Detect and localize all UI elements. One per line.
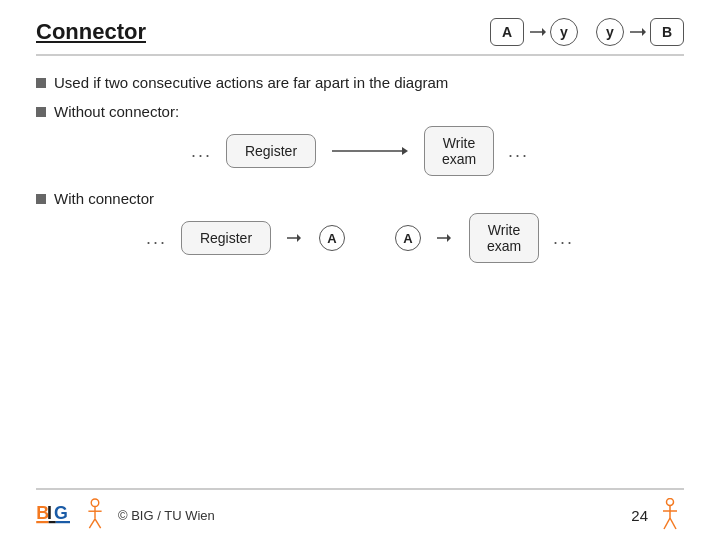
bullet-icon-1: [36, 78, 46, 88]
bullet-icon-2: [36, 107, 46, 117]
page: Connector A y y B Used if two consecutiv: [0, 0, 720, 540]
bullet-2: Without connector:: [36, 103, 684, 120]
arrow-icon-2: [628, 24, 646, 40]
content: Used if two consecutive actions are far …: [36, 56, 684, 488]
svg-marker-1: [542, 28, 546, 36]
big-logo-icon: B I G: [36, 499, 72, 531]
dots-left-1: ...: [191, 141, 212, 162]
svg-point-16: [91, 499, 99, 507]
small-arrow-icon-1: [285, 230, 305, 246]
register-box-1: Register: [226, 134, 316, 168]
footer-left: B I G © BIG / T: [36, 498, 215, 532]
footer-page-number: 24: [631, 498, 684, 532]
write-line2: exam: [442, 151, 476, 167]
header: Connector A y y B: [36, 0, 684, 56]
svg-text:G: G: [54, 503, 68, 523]
footer-copyright: © BIG / TU Wien: [118, 508, 215, 523]
long-arrow-icon: [330, 143, 410, 159]
symbol-b-box: B: [650, 18, 684, 46]
bullet-text-3: With connector: [54, 190, 154, 207]
dots-right-2: ...: [553, 228, 574, 249]
connector-circle-2: A: [395, 225, 421, 251]
diagram-with: ... Register A A Write exam ...: [36, 213, 684, 263]
symbol-a-box: A: [490, 18, 524, 46]
page-number: 24: [631, 507, 648, 524]
write-exam-box-1: Write exam: [424, 126, 494, 176]
connector-circle-1: A: [319, 225, 345, 251]
footer-figure-icon: [80, 498, 110, 532]
write-line1-2: Write: [488, 222, 520, 238]
write-line2-2: exam: [487, 238, 521, 254]
svg-line-25: [670, 518, 676, 529]
footer: B I G © BIG / T: [36, 488, 684, 540]
svg-point-21: [667, 499, 674, 506]
arrow-icon: [528, 24, 546, 40]
svg-line-24: [664, 518, 670, 529]
svg-marker-5: [402, 147, 408, 155]
small-arrow-icon-2: [435, 230, 455, 246]
bullet-1: Used if two consecutive actions are far …: [36, 74, 684, 91]
register-box-2: Register: [181, 221, 271, 255]
svg-marker-3: [642, 28, 646, 36]
bullet-text-1: Used if two consecutive actions are far …: [54, 74, 448, 91]
svg-text:I: I: [47, 503, 52, 523]
symbol-y2-circle: y: [596, 18, 624, 46]
svg-line-20: [95, 519, 101, 528]
page-title: Connector: [36, 19, 146, 45]
write-exam-box-2: Write exam: [469, 213, 539, 263]
bullet-text-2: Without connector:: [54, 103, 179, 120]
symbol-y1-circle: y: [550, 18, 578, 46]
svg-marker-7: [297, 234, 301, 242]
bullet-3: With connector: [36, 190, 684, 207]
write-line1: Write: [443, 135, 475, 151]
footer-figure-right-icon: [656, 498, 684, 532]
dots-right-1: ...: [508, 141, 529, 162]
bullet-icon-3: [36, 194, 46, 204]
svg-line-19: [89, 519, 95, 528]
dots-left-2: ...: [146, 228, 167, 249]
svg-marker-9: [447, 234, 451, 242]
connector-symbol: A y y B: [490, 18, 684, 46]
diagram-without: ... Register Write exam ...: [36, 126, 684, 176]
